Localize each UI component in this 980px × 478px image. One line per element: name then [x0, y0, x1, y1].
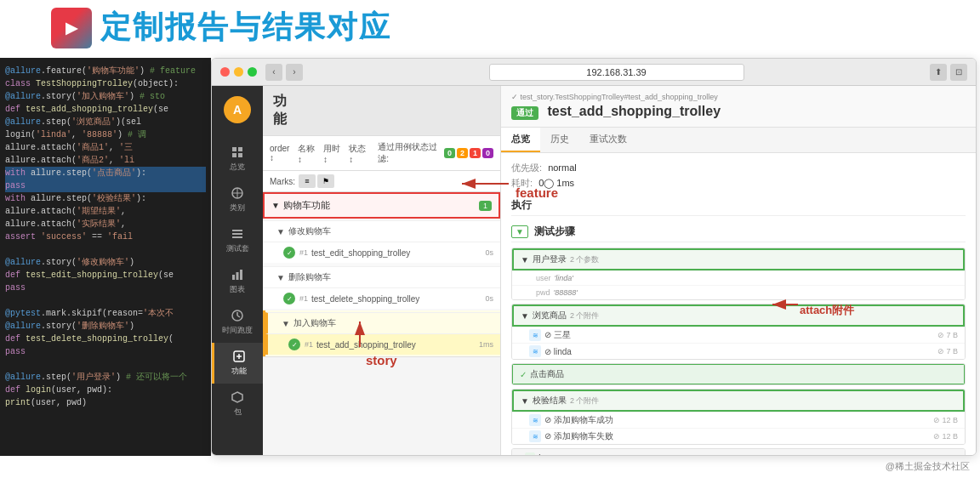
marks-row: Marks: ≡ ⚑	[263, 171, 500, 192]
tab-history[interactable]: 历史	[540, 128, 579, 152]
story-label: 删除购物车	[288, 271, 331, 283]
sidebar-item-label: 时间跑度	[222, 325, 253, 336]
chevron-icon: ▼	[276, 273, 285, 282]
attach-name: ⊘ 添加购物车成功	[544, 414, 613, 426]
story-label: 加入购物车	[293, 317, 336, 329]
sort-status-button[interactable]: 状态 ↕	[349, 143, 369, 164]
detail-path: ✓ test_story.TestShoppingTrolley#test_ad…	[511, 93, 966, 101]
sidebar-item-graphs[interactable]: 图表	[212, 261, 263, 302]
pass-icon: ✓	[288, 339, 300, 350]
subgroup-delete-cart: ▼ 删除购物车 ✓ #1 test_delete_shopping_trolle…	[263, 265, 500, 310]
story-header-delete-cart[interactable]: ▼ 删除购物车	[263, 266, 500, 287]
detail-tabs: 总览 历史 重试次数	[501, 128, 976, 153]
badge-passed[interactable]: 0	[444, 148, 455, 158]
tab-overview[interactable]: 总览	[501, 128, 540, 152]
chevron-icon: ▼	[521, 311, 529, 321]
sidebar-item-packages[interactable]: 包	[212, 384, 263, 424]
logo-icon: ▶	[51, 8, 92, 48]
suite-panel: 功 能 order ↕ 名称 ↕ 用时 ↕ 状态 ↕ 通过用例状态过滤: 0 2…	[263, 86, 501, 455]
group-header-cart-feature[interactable]: ▼ 购物车功能 1	[263, 192, 500, 219]
step-group-verify: ▼ 校验结果 2 个附件 ≋ ⊘ 添加购物车成功 ⊘ 12 B ≋	[511, 389, 966, 445]
sidebar-item-overview[interactable]: 总览	[212, 139, 263, 179]
execution-section-title: 执行	[511, 198, 966, 216]
test-case-edit[interactable]: ✓ #1 test_edit_shopping_trolley 0s	[263, 242, 500, 263]
steps-container: ▼ 测试步骤 ▼ 用户登录 2 个参数 user	[511, 225, 966, 455]
chevron-icon: ▼	[276, 227, 285, 236]
duration: 0s	[485, 294, 493, 303]
sort-name-button[interactable]: 名称 ↕	[298, 143, 318, 164]
allure-sidebar: A 总览 类别 测试套 图表 时间跑度	[212, 86, 263, 455]
check-icon: ✓	[520, 370, 527, 379]
annotation-attach: attach附件	[800, 303, 854, 318]
annotation-story: story	[366, 353, 397, 367]
tab-retries[interactable]: 重试次数	[579, 128, 637, 152]
sidebar-item-categories[interactable]: 类别	[212, 179, 263, 220]
share-icon[interactable]: ⬆	[930, 64, 947, 81]
sidebar-item-features[interactable]: 功能	[212, 343, 263, 384]
subgroup-edit-cart: ▼ 修改购物车 ✓ #1 test_edit_shopping_trolley …	[263, 219, 500, 265]
browser-actions: ⬆ ⊡	[930, 64, 967, 81]
forward-button[interactable]: ›	[286, 64, 303, 81]
sidebar-item-label: 总览	[230, 162, 245, 173]
step-header-login[interactable]: ▼ 用户登录 2 个参数	[512, 248, 965, 270]
detail-title: test_add_shopping_trolley	[547, 104, 721, 118]
address-bar[interactable]: 192.168.31.39	[489, 64, 744, 81]
marks-buttons: ≡ ⚑	[299, 174, 334, 188]
param-value: 'linda'	[555, 274, 573, 282]
param-pwd: pwd '88888'	[512, 285, 965, 299]
test-case-add[interactable]: ✓ #1 test_add_shopping_trolley 1ms	[265, 333, 500, 355]
detail-header: ✓ test_story.TestShoppingTrolley#test_ad…	[501, 86, 976, 128]
param-value: '88888'	[554, 288, 578, 297]
page-title: 定制报告与结果对应	[100, 7, 391, 48]
close-button[interactable]	[220, 67, 230, 77]
browser-window: ‹ › 192.168.31.39 ⬆ ⊡ A 总览 类	[211, 58, 977, 456]
step-group-login: ▼ 用户登录 2 个参数 user 'linda' pwd '88888'	[511, 248, 966, 300]
attach-add-success[interactable]: ≋ ⊘ 添加购物车成功 ⊘ 12 B	[512, 412, 965, 428]
attach-linda[interactable]: ≋ ⊘ linda ⊘ 7 B	[512, 343, 965, 359]
svg-rect-12	[232, 275, 235, 280]
priority-label: 优先级:	[511, 162, 542, 173]
mark-all-button[interactable]: ≡	[299, 174, 316, 188]
badge-skipped[interactable]: 2	[457, 148, 468, 158]
minimize-button[interactable]	[234, 67, 243, 77]
story-header-add-cart[interactable]: ▼ 加入购物车	[265, 312, 500, 333]
sort-time-button[interactable]: 用时 ↕	[323, 143, 344, 164]
suite-controls: order ↕ 名称 ↕ 用时 ↕ 状态 ↕ 通过用例状态过滤: 0 2 1 0	[263, 136, 500, 171]
sidebar-item-timeline[interactable]: 时间跑度	[212, 302, 263, 343]
sort-order-button[interactable]: order ↕	[270, 144, 293, 162]
test-case-delete[interactable]: ✓ #1 test_delete_shopping_trolley 0s	[263, 287, 500, 309]
sidebar-item-suites[interactable]: 测试套	[212, 220, 263, 261]
sidebar-item-label: 功能	[231, 366, 247, 377]
duration-row: 耗时: 0◯ 1ms	[511, 177, 966, 190]
back-button[interactable]: ‹	[265, 64, 282, 81]
test-name: test_add_shopping_trolley	[316, 340, 479, 350]
step-header-log[interactable]: › ≋ log ⊘ 0 B	[512, 449, 965, 455]
attach-add-fail[interactable]: ≋ ⊘ 添加购物车失败 ⊘ 12 B	[512, 428, 965, 444]
step-header-click[interactable]: ✓ 点击商品	[512, 364, 965, 384]
attach-icon-small: ≋	[525, 452, 535, 455]
step-name: 校验结果	[533, 395, 567, 407]
attach-icon: ≋	[529, 414, 541, 426]
group-count: 1	[479, 201, 492, 211]
watermark: @稀土掘金技术社区	[886, 460, 970, 473]
story-header-edit-cart[interactable]: ▼ 修改购物车	[263, 220, 500, 242]
allure-logo: A	[222, 94, 253, 125]
badge-failed[interactable]: 1	[470, 148, 481, 158]
badge-broken[interactable]: 0	[482, 148, 493, 158]
attach-sanxing[interactable]: ≋ ⊘ 三星 ⊘ 7 B	[512, 327, 965, 343]
step-header-verify[interactable]: ▼ 校验结果 2 个附件	[512, 390, 965, 412]
mark-flag-button[interactable]: ⚑	[317, 174, 334, 188]
maximize-button[interactable]	[248, 67, 257, 77]
steps-label: 测试步骤	[534, 225, 575, 237]
pass-icon: ✓	[283, 293, 295, 304]
step-name: 点击商品	[530, 368, 564, 380]
bookmark-icon[interactable]: ⊡	[950, 64, 967, 81]
duration: 0s	[485, 248, 493, 257]
chevron-icon: ▼	[271, 201, 280, 210]
code-panel: @allure.feature('购物车功能') # feature class…	[0, 58, 211, 456]
step-name: 用户登录	[533, 253, 567, 265]
item-num: #1	[305, 340, 313, 349]
priority-row: 优先级: normal	[511, 162, 966, 174]
sidebar-item-label: 类别	[230, 202, 245, 213]
step-header-browse[interactable]: ▼ 浏览商品 2 个附件	[512, 304, 965, 327]
